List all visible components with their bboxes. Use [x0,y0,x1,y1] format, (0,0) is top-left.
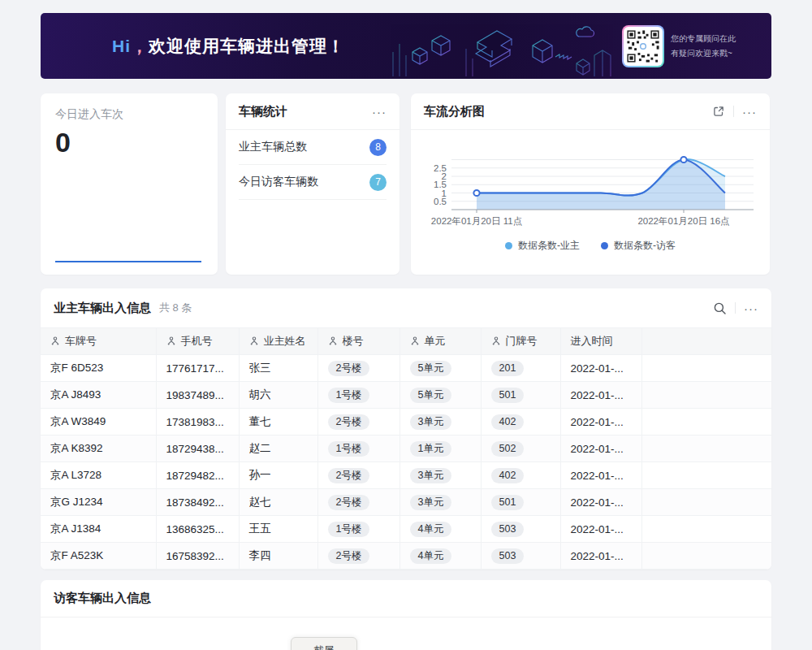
legend-dot [505,242,512,249]
cell-owner: 孙一 [239,462,317,489]
cell-plate: 京G J1234 [41,489,156,516]
column-label: 进入时间 [571,334,613,349]
cell-building: 2号楼 [317,409,400,436]
tag-pill: 501 [491,388,525,403]
legend-item[interactable]: 数据条数-业主 [505,239,580,253]
cell-phone: 18729438... [156,436,239,462]
cell-plate: 京A J1384 [41,516,156,543]
cell-unit: 3单元 [400,489,481,516]
table-row: 京A W384917381983...董七2号楼3单元4022022-01-..… [41,409,771,436]
open-in-new-icon[interactable] [712,105,725,118]
traffic-chart-card: 车流分析图 ··· 0.511.522.52022年01月20日 11点2022… [411,93,770,275]
metric-label: 今日进入车次 [55,107,203,122]
cell-building: 2号楼 [317,489,400,516]
cell-door: 402 [481,409,560,436]
column-label: 门牌号 [506,334,538,349]
owner-table-card: 业主车辆出入信息 共 8 条 ··· 车牌号 手机号 [41,288,771,570]
search-icon[interactable] [713,301,727,315]
table-row: 京F A523K16758392...李四2号楼4单元5032022-01-..… [41,543,771,570]
cell-owner: 胡六 [239,382,317,409]
count-badge: 7 [369,174,387,191]
svg-text:0.5: 0.5 [434,197,447,206]
cell-plate: 京A J8493 [41,382,156,409]
svg-text:2: 2 [442,171,447,181]
column-header-unit: 单元 [400,328,481,355]
tag-pill: 503 [491,522,525,537]
tag-pill: 201 [491,361,525,376]
table-row: 京F 6D52317761717...张三2号楼5单元2012022-01-..… [41,355,771,382]
welcome-banner: Hi，欢迎使用车辆进出管理！ [41,13,771,79]
more-icon[interactable]: ··· [744,302,758,314]
tag-pill: 2号楼 [328,495,370,510]
greeting-text: 欢迎使用车辆进出管理！ [149,37,345,55]
owner-table-header: 业主车辆出入信息 共 8 条 ··· [41,288,771,327]
cell-unit: 4单元 [400,543,481,570]
more-icon[interactable]: ··· [372,106,387,118]
tag-pill: 2号楼 [328,361,370,376]
tag-pill: 402 [491,414,525,430]
table-row: 京A J138413686325...王五1号楼4单元5032022-01-..… [41,516,771,543]
cell-unit: 3单元 [400,409,481,436]
cell-owner: 赵七 [239,489,317,516]
qr-caption-line1: 您的专属顾问在此 [671,32,755,46]
stat-row: 今日访客车辆数7 [239,165,387,200]
table-row: 京A K839218729438...赵二1号楼1单元5022022-01-..… [41,436,771,462]
cell-unit: 5单元 [400,382,481,409]
owner-vehicles-table: 车牌号 手机号 业主姓名 楼号 单元 门 [41,327,771,570]
legend-item[interactable]: 数据条数-访客 [601,239,676,253]
cell-unit: 5单元 [400,355,481,382]
card-title: 车流分析图 [424,104,485,119]
cell-building: 1号楼 [317,436,400,462]
stat-cards-row: 今日进入车次 0 车辆统计 ··· 业主车辆总数8今日访客车辆数7 车流分析图 [41,93,771,275]
screenshot-button[interactable]: 截屏 [291,637,357,650]
hierarchy-field-icon [166,336,176,346]
cell-time: 2022-01-... [560,543,641,570]
cell-owner: 赵二 [239,436,317,462]
cell-door: 402 [481,462,560,489]
hierarchy-field-icon [410,336,420,346]
cell-phone: 18738492... [156,489,239,516]
qr-caption-line2: 有疑问欢迎来戳~ [671,46,755,61]
cell-time: 2022-01-... [560,516,641,543]
stats-list: 业主车辆总数8今日访客车辆数7 [226,130,400,200]
cell-time: 2022-01-... [560,436,641,462]
cell-time: 2022-01-... [560,355,641,382]
tag-pill: 1号楼 [328,441,370,457]
legend-dot [601,242,608,249]
tag-pill: 4单元 [410,548,452,564]
cell-phone: 17381983... [156,409,239,436]
legend-label: 数据条数-访客 [614,239,676,253]
cell-time: 2022-01-... [560,409,641,436]
stat-row: 业主车辆总数8 [239,130,387,165]
svg-text:2022年01月20日 16点: 2022年01月20日 16点 [637,216,729,226]
chart-body: 0.511.522.52022年01月20日 11点2022年01月20日 16… [411,130,770,253]
today-entries-card: 今日进入车次 0 [41,93,218,275]
cell-plate: 京A L3728 [41,462,156,489]
cell-phone: 13686325... [156,516,239,543]
column-label: 单元 [425,334,446,349]
cell-building: 1号楼 [317,382,400,409]
svg-text:1.5: 1.5 [434,180,447,189]
cell-phone: 19837489... [156,382,239,409]
greeting-hi: Hi [112,37,131,55]
svg-text:1: 1 [442,188,447,198]
tag-pill: 5单元 [410,361,452,376]
svg-text:2022年01月20日 11点: 2022年01月20日 11点 [431,216,522,226]
cell-phone: 17761717... [156,355,239,382]
tag-pill: 2号楼 [328,414,370,430]
column-label: 楼号 [343,334,364,349]
tag-pill: 1号楼 [328,388,370,403]
chart-legend: 数据条数-业主数据条数-访客 [424,239,757,253]
tag-pill: 502 [491,441,525,457]
card-title: 访客车辆出入信息 [54,591,151,606]
cell-filler [641,409,771,436]
traffic-area-chart: 0.511.522.52022年01月20日 11点2022年01月20日 16… [424,135,757,234]
tag-pill: 402 [491,468,525,483]
cell-door: 201 [481,355,560,382]
cell-plate: 京A K8392 [41,436,156,462]
banner-isometric-decoration [382,13,633,79]
tag-pill: 3单元 [410,495,452,510]
hierarchy-field-icon [491,336,501,346]
cell-filler [641,382,771,409]
more-icon[interactable]: ··· [742,106,757,118]
